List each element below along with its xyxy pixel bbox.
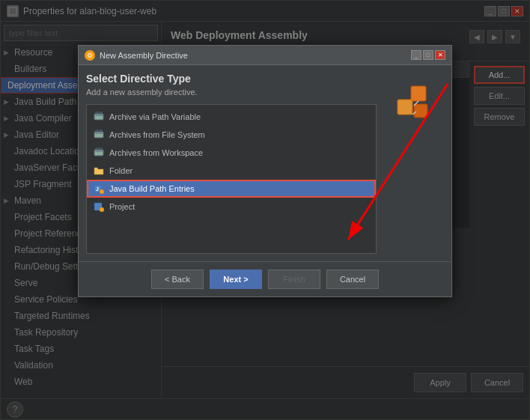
back-button[interactable]: < Back: [151, 270, 204, 289]
dialog-icon-area: [384, 73, 444, 254]
list-item-archive-workspace[interactable]: Archives from Workspace: [87, 144, 376, 162]
dialog-cancel-button[interactable]: Cancel: [326, 270, 379, 289]
list-item-archive-file[interactable]: Archives from File System: [87, 126, 376, 144]
list-item-label: Java Build Path Entries: [109, 184, 195, 193]
java-build-icon: J: [93, 183, 105, 195]
list-item-label: Project: [109, 202, 135, 211]
dialog-title: New Assembly Directive: [100, 51, 406, 60]
list-item-archive-path[interactable]: Archive via Path Variable: [87, 108, 376, 126]
svg-point-12: [100, 207, 104, 212]
dialog-section-title: Select Directive Type: [86, 73, 377, 85]
dialog-overlay: ⚙ New Assembly Directive _ □ ✕ Select Di…: [0, 0, 530, 420]
archive-file-icon: [93, 129, 105, 141]
dialog-minimize-button[interactable]: _: [411, 50, 421, 60]
list-item-label: Folder: [109, 166, 132, 175]
svg-rect-15: [414, 104, 427, 118]
dialog-footer: < Back Next > Finish Cancel: [79, 261, 451, 296]
dialog-maximize-button[interactable]: □: [423, 50, 433, 60]
svg-text:J: J: [96, 186, 99, 192]
list-item-label: Archives from Workspace: [109, 148, 203, 157]
list-item-project[interactable]: Project: [87, 198, 376, 216]
list-item-label: Archive via Path Variable: [109, 112, 201, 121]
svg-point-10: [100, 189, 104, 194]
svg-rect-13: [411, 86, 426, 101]
dialog-controls[interactable]: _ □ ✕: [411, 50, 445, 60]
dialog-section-desc: Add a new assembly directive.: [86, 88, 377, 97]
folder-icon: [93, 165, 105, 177]
dialog-close-button[interactable]: ✕: [435, 50, 445, 60]
dialog-icon: ⚙: [85, 50, 95, 61]
directive-illustration: [390, 80, 438, 128]
svg-rect-14: [398, 100, 412, 115]
project-icon: [93, 201, 105, 213]
directive-type-list: Archive via Path Variable Archives from …: [86, 104, 377, 254]
dialog-left-section: Select Directive Type Add a new assembly…: [86, 73, 377, 254]
new-assembly-directive-dialog: ⚙ New Assembly Directive _ □ ✕ Select Di…: [78, 45, 452, 297]
list-item-java-build[interactable]: J Java Build Path Entries: [87, 180, 376, 198]
finish-button[interactable]: Finish: [268, 270, 320, 289]
archive-path-icon: [93, 111, 105, 123]
dialog-body: Select Directive Type Add a new assembly…: [79, 65, 451, 261]
dialog-title-bar: ⚙ New Assembly Directive _ □ ✕: [79, 46, 451, 65]
archive-workspace-icon: [93, 147, 105, 159]
list-item-folder[interactable]: Folder: [87, 162, 376, 180]
list-item-label: Archives from File System: [109, 130, 205, 139]
next-button[interactable]: Next >: [210, 270, 262, 289]
